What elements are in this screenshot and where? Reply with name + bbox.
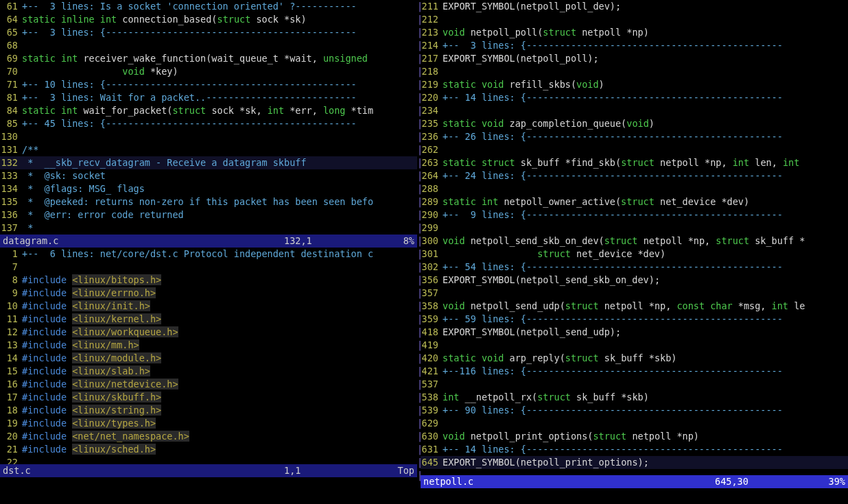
code-line: 302+-- 54 lines: {----------------------… <box>421 261 848 274</box>
code-text <box>443 287 848 300</box>
code-line: 10#include <linux/init.h> <box>0 300 417 313</box>
code-text: EXPORT_SYMBOL(netpoll_send_skb_on_dev); <box>443 274 848 287</box>
line-number: 212 <box>421 13 443 26</box>
code-text: +-- 54 lines: {-------------------------… <box>443 261 848 274</box>
line-number: 629 <box>421 417 443 430</box>
code-line: 356EXPORT_SYMBOL(netpoll_send_skb_on_dev… <box>421 274 848 287</box>
line-number: 236 <box>421 130 443 143</box>
code-text <box>22 39 417 52</box>
line-number: 219 <box>421 78 443 91</box>
line-number: 70 <box>0 65 22 78</box>
pane-left-bottom[interactable]: 1+-- 6 lines: net/core/dst.c Protocol in… <box>0 248 417 464</box>
code-line: 64static inline int connection_based(str… <box>0 13 417 26</box>
code-text: EXPORT_SYMBOL(netpoll_send_udp); <box>443 326 848 339</box>
pane-left-top[interactable]: 61+-- 3 lines: Is a socket 'connection o… <box>0 0 417 235</box>
line-number: 69 <box>0 52 22 65</box>
line-number: 421 <box>421 365 443 378</box>
code-text: * @sk: socket <box>22 169 417 182</box>
code-text <box>443 378 848 391</box>
code-text: +-- 10 lines: {-------------------------… <box>22 78 417 91</box>
code-line: 9#include <linux/errno.h> <box>0 287 417 300</box>
statusbar-cursor-pos: 645,30 <box>715 475 804 488</box>
line-number: 299 <box>421 221 443 235</box>
code-line: 16#include <linux/netdevice.h> <box>0 378 417 391</box>
code-text <box>443 339 848 352</box>
code-text: void netpoll_print_options(struct netpol… <box>443 430 848 443</box>
line-number: 235 <box>421 117 443 130</box>
line-number: 419 <box>421 339 443 352</box>
code-line: 132 * __skb_recv_datagram - Receive a da… <box>0 156 417 169</box>
pane-right[interactable]: 211EXPORT_SYMBOL(netpoll_poll_dev);21221… <box>421 0 848 475</box>
line-number: 131 <box>0 143 22 156</box>
code-line: 68 <box>0 39 417 52</box>
statusbar-right: netpoll.c 645,30 39% <box>421 475 848 488</box>
code-line: 1+-- 6 lines: net/core/dst.c Protocol in… <box>0 248 417 261</box>
code-line: 358void netpoll_send_udp(struct netpoll … <box>421 300 848 313</box>
line-number: 263 <box>421 156 443 169</box>
code-line: 418EXPORT_SYMBOL(netpoll_send_udp); <box>421 326 848 339</box>
code-line: 290+-- 9 lines: {-----------------------… <box>421 208 848 221</box>
code-text: #include <linux/types.h> <box>22 417 417 430</box>
code-line: 12#include <linux/workqueue.h> <box>0 326 417 339</box>
line-number: 11 <box>0 313 22 326</box>
statusbar-scroll-pct: 8% <box>373 235 414 248</box>
line-number: 418 <box>421 326 443 339</box>
code-text <box>443 143 848 156</box>
line-number: 220 <box>421 91 443 104</box>
code-line: 65+-- 3 lines: {------------------------… <box>0 26 417 39</box>
code-line: 71+-- 10 lines: {-----------------------… <box>0 78 417 91</box>
code-line: 212 <box>421 13 848 26</box>
code-line: 17#include <linux/skbuff.h> <box>0 391 417 404</box>
code-text: +-- 24 lines: {-------------------------… <box>443 169 848 182</box>
code-line: 11#include <linux/kernel.h> <box>0 313 417 326</box>
line-number: 64 <box>0 13 22 26</box>
code-line: 214+-- 3 lines: {-----------------------… <box>421 39 848 52</box>
code-text: +-- 14 lines: {-------------------------… <box>443 443 848 456</box>
line-number: 132 <box>0 156 22 169</box>
code-line: 264+-- 24 lines: {----------------------… <box>421 169 848 182</box>
statusbar-scroll-pct: Top <box>373 464 414 477</box>
line-number: 130 <box>0 130 22 143</box>
code-text: static int wait_for_packet(struct sock *… <box>22 104 417 117</box>
line-number: 218 <box>421 65 443 78</box>
code-line: 300void netpoll_send_skb_on_dev(struct n… <box>421 235 848 248</box>
command-line[interactable] <box>0 488 848 501</box>
code-line: 236+-- 26 lines: {----------------------… <box>421 130 848 143</box>
line-number: 21 <box>0 443 22 456</box>
code-text: struct net_device *dev) <box>443 248 848 261</box>
code-text: +-- 90 lines: {-------------------------… <box>443 404 848 417</box>
line-number: 22 <box>0 456 22 464</box>
code-line: 130 <box>0 130 417 143</box>
line-number: 213 <box>421 26 443 39</box>
line-number: 214 <box>421 39 443 52</box>
code-text: +-- 3 lines: {--------------------------… <box>22 26 417 39</box>
code-text: #include <net/net_namespace.h> <box>22 430 417 443</box>
code-line: 84static int wait_for_packet(struct sock… <box>0 104 417 117</box>
line-number: 359 <box>421 313 443 326</box>
line-number: 19 <box>0 417 22 430</box>
code-text: int __netpoll_rx(struct sk_buff *skb) <box>443 391 848 404</box>
code-text: * @flags: MSG_ flags <box>22 182 417 195</box>
line-number: 300 <box>421 235 443 248</box>
code-line: 217EXPORT_SYMBOL(netpoll_poll); <box>421 52 848 65</box>
code-line: 213void netpoll_poll(struct netpoll *np) <box>421 26 848 39</box>
code-text: void netpoll_send_skb_on_dev(struct netp… <box>443 235 848 248</box>
code-line: 629 <box>421 417 848 430</box>
code-line: 218 <box>421 65 848 78</box>
code-line: 537 <box>421 378 848 391</box>
code-line: 70 void *key) <box>0 65 417 78</box>
line-number: 289 <box>421 195 443 208</box>
code-line: 134 * @flags: MSG_ flags <box>0 182 417 195</box>
statusbar-filename: datagram.c <box>3 235 284 248</box>
code-text: static struct sk_buff *find_skb(struct n… <box>443 156 848 169</box>
code-line: 299 <box>421 221 848 235</box>
statusbar-cursor-pos: 1,1 <box>284 464 373 477</box>
code-text: +-- 14 lines: {-------------------------… <box>443 91 848 104</box>
code-text <box>443 65 848 78</box>
code-text: #include <linux/kernel.h> <box>22 313 417 326</box>
statusbar-left-top: datagram.c 132,1 8% <box>0 235 417 248</box>
code-text: +-- 3 lines: Wait for a packet..--------… <box>22 91 417 104</box>
line-number: 10 <box>0 300 22 313</box>
code-line: 262 <box>421 143 848 156</box>
line-number: 420 <box>421 352 443 365</box>
